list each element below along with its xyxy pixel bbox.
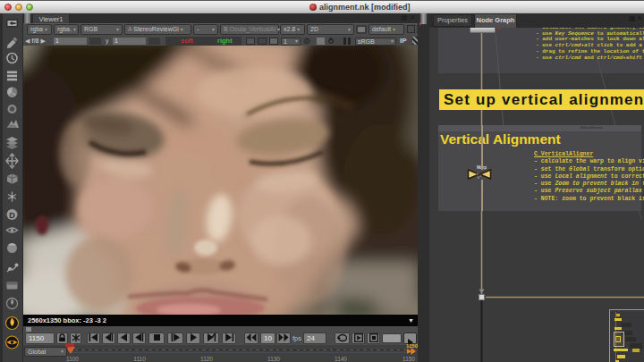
- svg-text:D: D: [9, 211, 15, 220]
